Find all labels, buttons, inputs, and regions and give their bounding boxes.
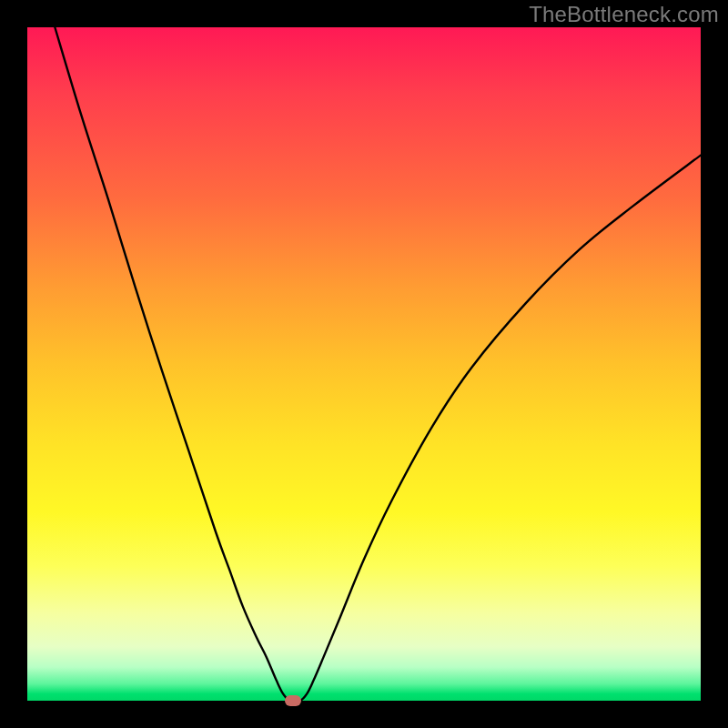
optimum-marker [285, 695, 301, 706]
plot-area [27, 27, 701, 701]
curve-svg [27, 27, 701, 701]
bottleneck-curve [55, 27, 701, 702]
chart-frame: TheBottleneck.com [0, 0, 728, 728]
watermark-text: TheBottleneck.com [529, 2, 719, 27]
